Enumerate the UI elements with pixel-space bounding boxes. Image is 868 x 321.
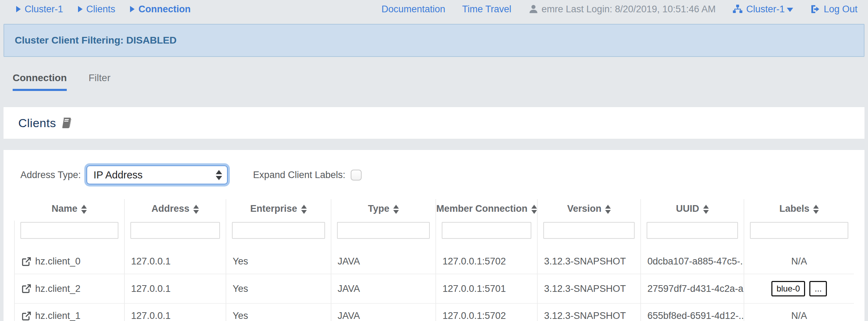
address-cell: 127.0.0.1 [124,274,226,303]
address-cell: 127.0.0.1 [124,249,226,274]
filter-cell [436,221,537,249]
nav-right: Documentation Time Travel emre Last Logi… [381,4,857,15]
version-cell: 3.12.3-SNAPSHOT [537,303,641,321]
external-link-icon [21,283,32,294]
uuid-cell: 0dcba107-a885-47c5-... [641,249,744,274]
member-connection-cell: 127.0.0.1:5702 [436,249,537,274]
alert-text: Cluster Client Filtering: DISABLED [15,35,176,46]
column-header-name[interactable]: Name [14,199,124,221]
version-cell: 3.12.3-SNAPSHOT [537,274,641,303]
table-row: hz.client_0127.0.0.1YesJAVA127.0.0.1:570… [14,249,854,274]
tab-filter[interactable]: Filter [89,72,110,91]
caret-right-icon [130,6,135,12]
breadcrumb-label: Clients [86,4,116,15]
cluster-selector[interactable]: Cluster-1 [732,4,793,15]
cluster-filtering-alert: Cluster Client Filtering: DISABLED [4,24,864,57]
address-cell: 127.0.0.1 [124,303,226,321]
table-header-row: NameAddressEnterpriseTypeMember Connecti… [14,199,854,221]
labels-cell: N/A [744,249,854,274]
user-login-text: emre Last Login: 8/20/2019, 10:51:46 AM [542,4,715,15]
logout-label: Log Out [824,4,857,15]
filter-input-uuid[interactable] [647,222,738,239]
filter-input-enterprise[interactable] [232,222,325,239]
filter-input-address[interactable] [130,222,220,239]
labels-value: N/A [791,256,807,267]
client-name-link[interactable]: hz.client_2 [21,283,118,294]
filter-input-member-connection[interactable] [442,222,531,239]
table-filter-row [14,221,854,249]
tab-bar: Connection Filter [13,72,868,91]
clients-panel: Address Type: IP Address Expand Client L… [4,150,864,321]
tab-connection[interactable]: Connection [13,72,67,91]
filter-cell [641,221,744,249]
column-label: Name [52,203,78,214]
enterprise-cell: Yes [226,274,331,303]
book-icon [61,117,72,129]
sort-icon [531,205,537,214]
clients-title-panel: Clients [4,107,864,139]
version-cell: 3.12.3-SNAPSHOT [537,249,641,274]
column-label: Type [368,203,389,214]
column-header-uuid[interactable]: UUID [641,199,744,221]
logout-button[interactable]: Log Out [810,4,857,15]
breadcrumb-cluster[interactable]: Cluster-1 [16,4,63,15]
column-label: Enterprise [250,203,297,214]
page-title: Clients [18,116,56,130]
filter-input-version[interactable] [543,222,635,239]
label-badge[interactable]: blue-0 [771,281,805,296]
address-type-select[interactable]: IP Address [86,165,228,184]
documentation-link[interactable]: Documentation [381,4,445,15]
label-badge[interactable]: ... [809,281,827,296]
cluster-selector-label: Cluster-1 [746,4,785,15]
name-cell: hz.client_2 [14,274,124,303]
breadcrumb-clients[interactable]: Clients [78,4,116,15]
member-connection-cell: 127.0.0.1:5702 [436,303,537,321]
clients-table: NameAddressEnterpriseTypeMember Connecti… [14,199,854,321]
name-cell: hz.client_1 [14,303,124,321]
filter-cell [124,221,226,249]
labels-cell: blue-0... [744,274,854,303]
expand-client-labels-checkbox[interactable] [351,170,362,181]
filter-input-name[interactable] [20,222,118,239]
sort-icon [81,205,87,214]
column-label: Version [567,203,602,214]
filter-cell [14,221,124,249]
column-header-type[interactable]: Type [331,199,436,221]
sort-icon [393,205,399,214]
caret-right-icon [16,6,21,12]
time-travel-link[interactable]: Time Travel [462,4,511,15]
column-header-enterprise[interactable]: Enterprise [226,199,331,221]
breadcrumb-connection[interactable]: Connection [130,4,191,15]
column-header-version[interactable]: Version [537,199,641,221]
sort-icon [703,205,709,214]
column-header-member-connection[interactable]: Member Connection [436,199,537,221]
enterprise-cell: Yes [226,303,331,321]
filter-input-type[interactable] [337,222,430,239]
expand-client-labels-label: Expand Client Labels: [253,170,345,181]
filter-cell [331,221,436,249]
column-header-address[interactable]: Address [124,199,226,221]
caret-down-icon [787,8,793,12]
external-link-icon [21,256,32,267]
labels-value: N/A [791,310,807,321]
column-label: Labels [779,203,810,214]
column-header-labels[interactable]: Labels [744,199,854,221]
uuid-cell: 27597df7-d431-4c2a-a... [641,274,744,303]
client-name: hz.client_2 [35,283,80,294]
client-name-link[interactable]: hz.client_0 [21,256,118,267]
type-cell: JAVA [331,249,436,274]
filter-input-labels[interactable] [750,222,848,239]
filter-cell [226,221,331,249]
breadcrumb: Cluster-1 Clients Connection [16,4,206,15]
external-link-icon [21,311,32,321]
type-cell: JAVA [331,303,436,321]
enterprise-cell: Yes [226,249,331,274]
table-row: hz.client_1127.0.0.1YesJAVA127.0.0.1:570… [14,303,854,321]
select-spinner-icon [216,170,222,180]
type-cell: JAVA [331,274,436,303]
top-navigation: Cluster-1 Clients Connection Documentati… [0,0,868,18]
column-label: Address [151,203,189,214]
client-name-link[interactable]: hz.client_1 [21,310,118,321]
table-row: hz.client_2127.0.0.1YesJAVA127.0.0.1:570… [14,274,854,303]
sort-icon [813,205,819,214]
